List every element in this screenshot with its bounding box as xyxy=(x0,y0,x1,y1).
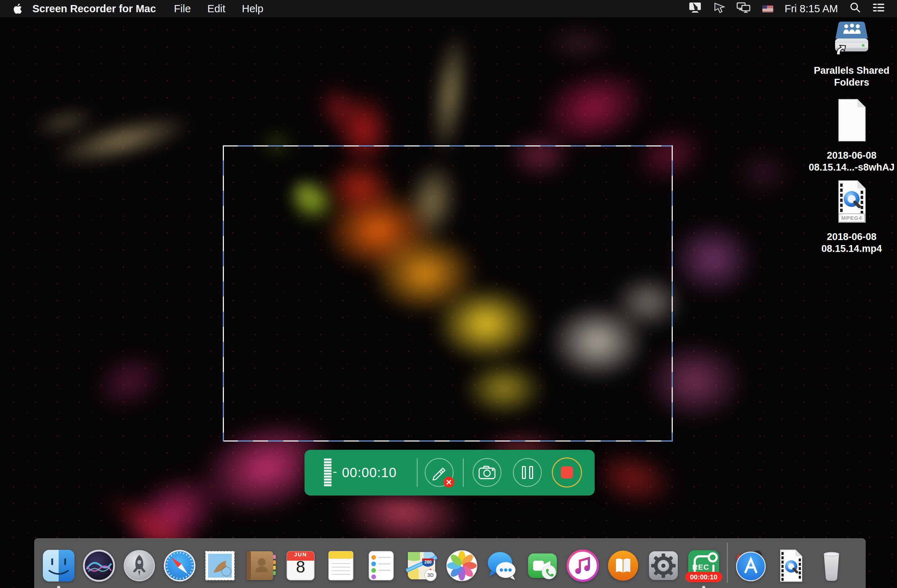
facetime-icon xyxy=(525,548,560,583)
app-store-icon xyxy=(733,548,768,583)
trash-icon xyxy=(814,548,849,583)
siri-icon xyxy=(82,548,116,583)
desktop-icon-label: 2018-06-08 xyxy=(808,150,895,162)
dock-item-facetime[interactable] xyxy=(525,548,560,583)
selection-edge-top xyxy=(223,145,673,147)
dock: JUN 8 28 xyxy=(34,543,866,583)
toolbar-divider xyxy=(417,458,418,487)
screenshot-button[interactable] xyxy=(473,458,501,487)
maps-route-shield: 280 xyxy=(422,559,434,566)
menu-bar-status: Fri 8:15 AM xyxy=(688,2,897,16)
running-indicator xyxy=(57,586,60,588)
desktop-icon-label: 08.15.14.mp4 xyxy=(808,243,895,255)
dock-separator xyxy=(727,543,728,583)
mpeg4-badge: MPEG4 xyxy=(838,214,865,222)
annotate-disabled-badge xyxy=(444,477,454,487)
desktop-icon-label: 2018-06-08 xyxy=(808,231,895,243)
notes-icon xyxy=(324,548,358,583)
selection-edge-left xyxy=(223,145,224,441)
dock-item-quicktime-file[interactable] xyxy=(774,548,808,583)
dock-item-siri[interactable] xyxy=(82,548,116,583)
flag-canton xyxy=(762,5,767,9)
toolbar-divider xyxy=(463,458,464,487)
us-flag-icon[interactable] xyxy=(762,5,773,12)
itunes-icon xyxy=(565,548,600,583)
dock-item-system-preferences[interactable] xyxy=(646,548,681,583)
desktop-icon-parallels-shared-folders[interactable]: Parallels Shared Folders xyxy=(808,20,895,89)
messages-icon xyxy=(485,548,519,583)
dock-item-app-store[interactable] xyxy=(733,548,768,583)
dock-item-photos[interactable] xyxy=(444,548,479,583)
menu-clock[interactable]: Fri 8:15 AM xyxy=(785,3,838,15)
macos-desktop: { "menu_bar": { "app_name": "Screen Reco… xyxy=(0,0,897,588)
recording-selection-area[interactable] xyxy=(223,145,673,441)
desktop-icon-label: 08.15.14...-s8whAJ xyxy=(808,162,895,173)
notification-center-icon[interactable] xyxy=(873,2,885,15)
dual-displays-icon[interactable] xyxy=(736,2,751,16)
ibooks-icon xyxy=(606,548,640,583)
recorder-toolbar: 00:00:10 xyxy=(305,450,595,495)
selection-edge-right xyxy=(672,145,673,441)
rec-icon-label: REC xyxy=(692,563,709,571)
app-menu-title[interactable]: Screen Recorder for Mac xyxy=(32,3,156,15)
apple-menu-icon[interactable] xyxy=(13,3,22,14)
recording-timer: 00:00:10 xyxy=(340,450,398,495)
menu-edit[interactable]: Edit xyxy=(207,3,225,15)
desktop-icon-recording-mp4[interactable]: MPEG4 2018-06-08 08.15.14.mp4 xyxy=(808,179,895,255)
running-indicator xyxy=(702,586,706,588)
menu-help[interactable]: Help xyxy=(242,3,263,15)
dock-item-mail[interactable] xyxy=(203,548,237,583)
mail-icon xyxy=(203,548,237,583)
photos-icon xyxy=(444,548,479,583)
safari-icon xyxy=(162,548,197,583)
pause-button[interactable] xyxy=(513,458,542,487)
audio-level-tick xyxy=(333,472,337,473)
finder-icon xyxy=(41,548,76,583)
maps-3d-button: 3D xyxy=(425,569,436,581)
menu-bar-left: Screen Recorder for Mac File Edit Help xyxy=(0,3,280,15)
rec-timer-badge: 00:00:10 xyxy=(685,572,722,582)
reminders-icon xyxy=(364,548,398,583)
dock-item-ibooks[interactable] xyxy=(606,548,640,583)
dock-item-launchpad[interactable] xyxy=(122,548,156,583)
dock-item-maps[interactable]: 280 3D xyxy=(404,548,439,583)
parallels-cursor-icon[interactable] xyxy=(713,2,725,16)
dock-item-finder[interactable] xyxy=(41,548,76,583)
mpeg4-file-icon: MPEG4 xyxy=(834,179,869,227)
dock-item-trash[interactable] xyxy=(814,548,849,583)
menu-file[interactable]: File xyxy=(174,3,191,15)
dock-item-itunes[interactable] xyxy=(565,548,600,583)
dock-item-notes[interactable] xyxy=(324,548,358,583)
annotate-button[interactable] xyxy=(425,458,453,487)
audio-level-meter xyxy=(324,458,332,487)
dock-item-messages[interactable] xyxy=(485,548,519,583)
quicktime-file-icon xyxy=(774,548,808,583)
dock-item-screen-recorder[interactable]: REC 00:00:10 xyxy=(686,548,721,583)
stop-icon xyxy=(561,466,573,479)
desktop-icon-label: Parallels Shared xyxy=(808,65,895,76)
spotlight-icon[interactable] xyxy=(850,2,861,16)
stop-button[interactable] xyxy=(552,457,582,487)
dock-item-calendar[interactable]: JUN 8 xyxy=(283,548,318,583)
dock-item-reminders[interactable] xyxy=(364,548,398,583)
calendar-month: JUN xyxy=(283,551,318,557)
menu-bar: Screen Recorder for Mac File Edit Help F… xyxy=(0,0,897,17)
system-preferences-icon xyxy=(646,548,681,583)
pause-icon xyxy=(522,466,533,479)
calendar-day: 8 xyxy=(283,557,318,576)
dock-item-contacts[interactable] xyxy=(243,548,277,583)
parallels-display-icon[interactable] xyxy=(688,2,702,16)
document-icon xyxy=(834,98,869,145)
desktop-icon-label: Folders xyxy=(808,76,895,89)
desktop-icon-recording-temp-file[interactable]: 2018-06-08 08.15.14...-s8whAJ xyxy=(808,98,895,173)
contacts-icon xyxy=(243,548,277,583)
dock-item-safari[interactable] xyxy=(162,548,197,583)
launchpad-icon xyxy=(122,548,156,583)
selection-edge-bottom xyxy=(223,440,673,441)
shared-drive-icon xyxy=(828,20,875,60)
